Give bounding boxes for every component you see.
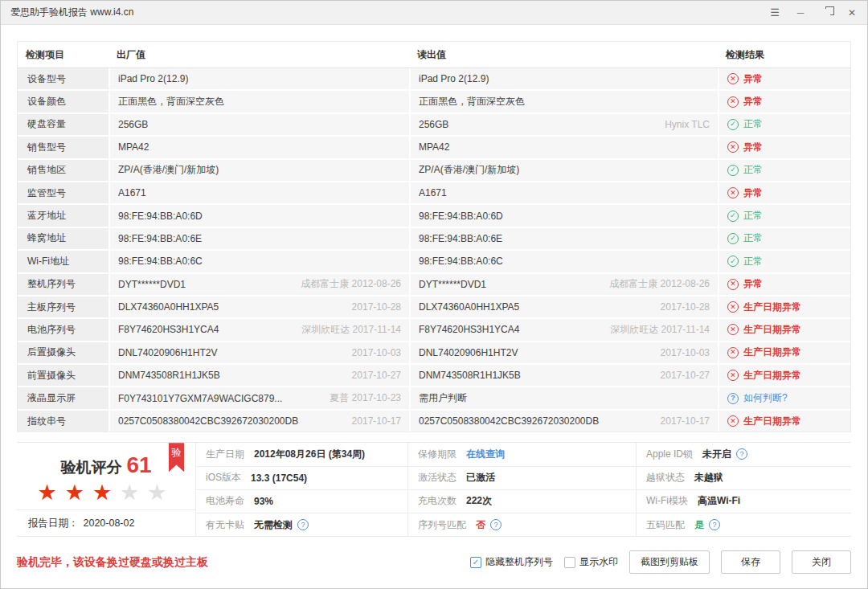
success-icon: ✓ bbox=[727, 233, 739, 244]
result-status: ✕生产日期异常 bbox=[727, 415, 801, 428]
row-item-label: 前置摄像头 bbox=[18, 365, 108, 386]
result-status: ✓正常 bbox=[727, 209, 763, 223]
result-label: 生产日期异常 bbox=[743, 415, 801, 428]
factory-value: A1671 bbox=[118, 187, 401, 198]
success-icon: ✓ bbox=[727, 165, 739, 176]
table-row: 硬盘容量256GB256GBHynix TLC✓正常 bbox=[18, 114, 850, 137]
summary-label: 充电次数 bbox=[418, 494, 457, 508]
factory-value: F0Y743101Y7GXM7A9WACIGC879... bbox=[118, 393, 323, 404]
read-value: iPad Pro 2(12.9) bbox=[419, 73, 710, 84]
help-question-icon[interactable]: ? bbox=[709, 519, 720, 530]
window-title: 爱思助手验机报告 www.i4.cn bbox=[10, 6, 769, 19]
row-item-label: 蓝牙地址 bbox=[18, 205, 108, 226]
error-icon: ✕ bbox=[727, 301, 739, 313]
table-row: 设备颜色正面黑色，背面深空灰色正面黑色，背面深空灰色✕异常 bbox=[18, 91, 850, 113]
error-icon: ✕ bbox=[727, 187, 739, 198]
minimize-icon[interactable]: ─ bbox=[795, 7, 806, 18]
verdict-message: 验机完毕，该设备换过硬盘或换过主板 bbox=[17, 555, 470, 570]
error-icon: ✕ bbox=[727, 141, 739, 153]
row-factory-cell: DNL74020906H1HT2V2017-10-03 bbox=[108, 342, 409, 363]
row-result-cell: ✓正常 bbox=[718, 205, 850, 226]
row-read-cell: ZP/A(香港/澳门/新加坡) bbox=[409, 160, 718, 181]
summary-row: 序列号匹配否? bbox=[408, 513, 636, 536]
save-button[interactable]: 保存 bbox=[721, 550, 780, 574]
table-row: 设备型号iPad Pro 2(12.9)iPad Pro 2(12.9)✕异常 bbox=[18, 68, 850, 91]
result-status: ✕异常 bbox=[727, 186, 763, 200]
success-icon: ✓ bbox=[727, 256, 739, 267]
row-read-cell: 需用户判断 bbox=[409, 387, 718, 408]
row-factory-cell: 正面黑色，背面深空灰色 bbox=[108, 91, 409, 112]
question-icon: ? bbox=[727, 393, 739, 404]
menu-icon[interactable]: ☰ bbox=[769, 7, 780, 18]
result-label: 正常 bbox=[743, 255, 763, 268]
row-item-label: 销售地区 bbox=[18, 160, 108, 181]
summary-row: iOS版本13.3 (17C54) bbox=[196, 467, 407, 490]
report-date-value: 2020-08-02 bbox=[84, 517, 135, 529]
result-label: 生产日期异常 bbox=[743, 301, 801, 314]
summary-label: 生产日期 bbox=[206, 448, 244, 461]
summary-row: 充电次数222次 bbox=[408, 490, 636, 513]
show-watermark-checkbox[interactable]: 显示水印 bbox=[564, 555, 618, 569]
factory-value: 正面黑色，背面深空灰色 bbox=[118, 95, 401, 108]
help-question-icon[interactable]: ? bbox=[490, 519, 502, 530]
row-read-cell: A1671 bbox=[409, 182, 718, 203]
restore-glyph bbox=[823, 9, 830, 16]
header-read: 读出值 bbox=[409, 42, 718, 67]
result-status: ✕异常 bbox=[727, 72, 763, 86]
summary-value: 93% bbox=[254, 496, 273, 507]
row-factory-cell: F8Y74620HS3H1YCA4深圳欣旺达 2017-11-14 bbox=[108, 319, 409, 340]
summary-label: 越狱状态 bbox=[646, 471, 685, 485]
factory-note: 夏普 2017-10-23 bbox=[330, 391, 401, 405]
report-date-label: 报告日期： bbox=[28, 517, 79, 530]
row-item-label: 主板序列号 bbox=[18, 297, 108, 317]
result-status: ✕生产日期异常 bbox=[727, 323, 801, 337]
summary-label: 有无卡贴 bbox=[206, 518, 244, 532]
read-value: MPA42 bbox=[419, 141, 710, 153]
restore-icon[interactable] bbox=[821, 7, 832, 18]
help-question-icon[interactable]: ? bbox=[736, 448, 747, 460]
row-result-cell: ✕生产日期异常 bbox=[718, 319, 850, 340]
read-value: 98:FE:94:BB:A0:6C bbox=[419, 256, 710, 267]
summary-value: 未开启 bbox=[702, 448, 731, 461]
row-read-cell: 98:FE:94:BB:A0:6D bbox=[409, 205, 718, 226]
table-body: 设备型号iPad Pro 2(12.9)iPad Pro 2(12.9)✕异常设… bbox=[18, 68, 850, 432]
summary-value: 否 bbox=[476, 518, 485, 532]
hide-serial-checkbox[interactable]: ✓隐藏整机序列号 bbox=[470, 555, 553, 569]
factory-note: 成都富士康 2012-08-26 bbox=[301, 277, 401, 291]
close-icon[interactable]: ✕ bbox=[846, 7, 858, 18]
row-read-cell: 0257C0508380042CBC392672030200DB2017-10-… bbox=[409, 411, 718, 432]
summary-value[interactable]: 在线查询 bbox=[466, 448, 505, 461]
row-result-cell: ✓正常 bbox=[718, 114, 850, 135]
read-note: 成都富士康 2012-08-26 bbox=[609, 277, 710, 291]
summary-label: 保修期限 bbox=[418, 448, 457, 461]
row-result-cell: ✕生产日期异常 bbox=[718, 411, 850, 432]
result-label[interactable]: 如何判断? bbox=[743, 391, 788, 405]
close-button[interactable]: 关闭 bbox=[792, 550, 851, 574]
table-row: 前置摄像头DNM743508R1H1JK5B2017-10-27DNM74350… bbox=[18, 365, 850, 387]
summary-row: Apple ID锁未开启? bbox=[637, 443, 851, 466]
table-header-row: 检测项目 出厂值 读出值 检测结果 bbox=[18, 42, 850, 68]
title-bar: 爱思助手验机报告 www.i4.cn ☰ ─ ✕ bbox=[1, 1, 867, 25]
row-item-label: 电池序列号 bbox=[18, 319, 108, 340]
row-factory-cell: DNM743508R1H1JK5B2017-10-27 bbox=[108, 365, 409, 386]
table-row: 主板序列号DLX74360A0HH1XPA52017-10-28DLX74360… bbox=[18, 297, 850, 319]
result-status: ✕生产日期异常 bbox=[727, 369, 801, 382]
report-date-row: 报告日期： 2020-08-02 bbox=[17, 509, 195, 536]
row-read-cell: 98:FE:94:BB:A0:6C bbox=[409, 251, 718, 272]
help-question-icon[interactable]: ? bbox=[297, 519, 309, 530]
row-factory-cell: iPad Pro 2(12.9) bbox=[108, 68, 409, 89]
summary-label: 电池寿命 bbox=[206, 494, 244, 508]
screenshot-clipboard-button[interactable]: 截图到剪贴板 bbox=[629, 550, 710, 574]
factory-value: 256GB bbox=[118, 119, 401, 130]
row-read-cell: DNM743508R1H1JK5B2017-10-27 bbox=[409, 365, 718, 386]
row-read-cell: DLX74360A0HH1XPA52017-10-28 bbox=[409, 297, 718, 317]
row-result-cell: ✓正常 bbox=[718, 228, 850, 249]
summary-row: 生产日期2012年08月26日 (第34周) bbox=[196, 443, 407, 466]
row-result-cell: ✕异常 bbox=[718, 68, 850, 89]
success-icon: ✓ bbox=[727, 211, 739, 222]
summary-row: 越狱状态未越狱 bbox=[637, 467, 851, 490]
error-icon: ✕ bbox=[727, 370, 739, 381]
table-row: Wi-Fi地址98:FE:94:BB:A0:6C98:FE:94:BB:A0:6… bbox=[18, 251, 850, 273]
star-rating: ★★★★★ bbox=[17, 480, 195, 505]
error-icon: ✕ bbox=[727, 415, 739, 427]
